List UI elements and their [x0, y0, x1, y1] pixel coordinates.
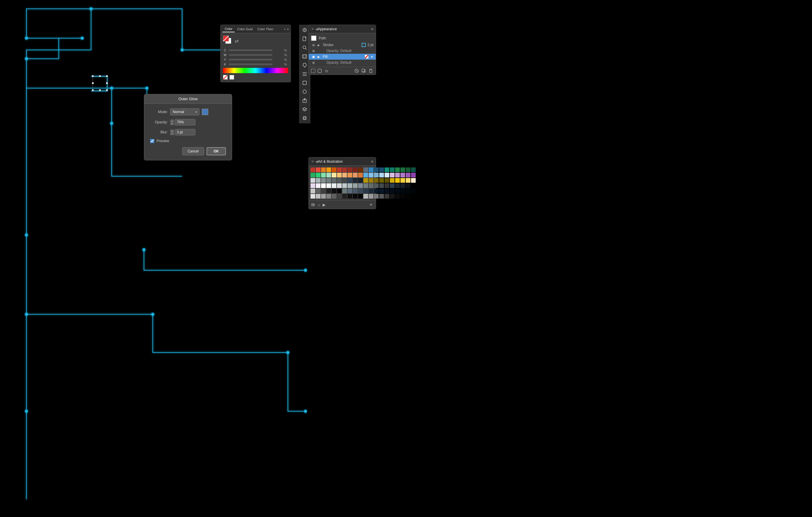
swatch-2-0[interactable]	[311, 178, 315, 183]
swatch-3-0[interactable]	[311, 183, 315, 188]
swatch-extra-0-13[interactable]	[379, 189, 384, 193]
swatch-0-10[interactable]	[364, 167, 368, 172]
swatch-1-11[interactable]	[369, 173, 373, 177]
opacity-input[interactable]	[175, 119, 195, 125]
swatch-extra-1-3[interactable]	[326, 194, 331, 199]
color-spectrum-bar[interactable]	[223, 68, 288, 73]
fill-expand-icon[interactable]: ▶	[318, 55, 321, 58]
white-swatch[interactable]	[229, 75, 234, 80]
art-close-btn[interactable]: ✕	[311, 160, 314, 164]
fill-dropdown-icon[interactable]: ▼	[371, 55, 373, 58]
swatch-2-5[interactable]	[337, 178, 342, 183]
preview-checkbox[interactable]	[150, 139, 154, 143]
swatch-extra-1-10[interactable]	[364, 194, 368, 199]
pen-tool[interactable]	[300, 61, 309, 69]
swatch-3-10[interactable]	[364, 183, 368, 188]
swatch-3-8[interactable]	[353, 183, 357, 188]
stroke-visibility-icon[interactable]: ◉	[311, 43, 316, 47]
blur-down-arrow[interactable]: ▼	[170, 133, 174, 135]
swatch-extra-0-12[interactable]	[374, 189, 379, 193]
appearance-expand-btn[interactable]: ◀	[315, 27, 318, 31]
tab-color-guide[interactable]: Color Guid	[235, 26, 255, 32]
swatch-0-18[interactable]	[406, 167, 410, 172]
swatch-extra-0-16[interactable]	[395, 189, 400, 193]
appearance-fill-row[interactable]: ◉ ▶ Fill: ▼	[309, 54, 376, 60]
swatch-1-18[interactable]	[406, 173, 410, 177]
swatch-3-6[interactable]	[342, 183, 347, 188]
cmyk-slider-k[interactable]	[229, 63, 272, 65]
swatch-2-18[interactable]	[406, 178, 410, 183]
swatch-2-14[interactable]	[384, 178, 389, 183]
swatch-2-17[interactable]	[400, 178, 405, 183]
circle-tool[interactable]	[300, 88, 309, 96]
swatch-0-17[interactable]	[400, 167, 405, 172]
panel-menu-icon[interactable]: ≡	[287, 27, 289, 31]
swatch-1-10[interactable]	[364, 173, 368, 177]
swatch-0-9[interactable]	[358, 167, 363, 172]
art-prev-icon[interactable]: ◀	[316, 202, 321, 208]
swatch-extra-1-9[interactable]	[358, 194, 363, 199]
swatch-3-7[interactable]	[348, 183, 352, 188]
swatch-3-3[interactable]	[326, 183, 331, 188]
swatch-extra-0-7[interactable]	[348, 189, 352, 193]
swatch-extra-1-6[interactable]	[342, 194, 347, 199]
swatch-3-1[interactable]	[316, 183, 320, 188]
swatch-1-16[interactable]	[395, 173, 400, 177]
swatch-extra-0-10[interactable]	[364, 189, 368, 193]
swatch-3-19[interactable]	[411, 183, 416, 188]
swatch-extra-0-3[interactable]	[326, 189, 331, 193]
swatch-2-3[interactable]	[326, 178, 331, 183]
swatch-1-14[interactable]	[384, 173, 389, 177]
swatch-1-1[interactable]	[316, 173, 320, 177]
opacity-down-arrow[interactable]: ▼	[170, 122, 174, 125]
swatch-0-6[interactable]	[342, 167, 347, 172]
art-next-icon[interactable]: ▶	[322, 202, 326, 208]
swatch-extra-1-14[interactable]	[384, 194, 389, 199]
swatch-3-9[interactable]	[358, 183, 363, 188]
swatch-0-12[interactable]	[374, 167, 379, 172]
magnifier-tool[interactable]	[300, 44, 309, 52]
swatch-1-15[interactable]	[390, 173, 395, 177]
swatch-0-14[interactable]	[384, 167, 389, 172]
swatch-3-5[interactable]	[337, 183, 342, 188]
link-tool[interactable]	[300, 114, 309, 122]
swatch-extra-1-11[interactable]	[369, 194, 373, 199]
swatch-2-4[interactable]	[332, 178, 337, 183]
swatch-1-19[interactable]	[411, 173, 416, 177]
stroke-color-swatch[interactable]	[361, 43, 366, 47]
blur-input[interactable]	[175, 129, 195, 136]
swatch-extra-1-8[interactable]	[353, 194, 357, 199]
cancel-button[interactable]: Cancel	[182, 147, 204, 155]
swatch-extra-1-4[interactable]	[332, 194, 337, 199]
cmyk-slider-m[interactable]	[229, 54, 272, 56]
swatch-2-7[interactable]	[348, 178, 352, 183]
swatch-3-2[interactable]	[321, 183, 326, 188]
swatch-0-0[interactable]	[311, 167, 315, 172]
appearance-close-btn[interactable]: ✕	[311, 27, 314, 31]
art-expand-btn[interactable]: ◀	[315, 160, 318, 164]
swap-colors-icon[interactable]: ⇄	[235, 38, 238, 44]
appearance-rounded-rect-icon[interactable]	[317, 68, 322, 74]
swatch-extra-1-7[interactable]	[348, 194, 352, 199]
swatch-extra-0-1[interactable]	[316, 189, 320, 193]
swatch-extra-1-15[interactable]	[390, 194, 395, 199]
swatch-1-8[interactable]	[353, 173, 357, 177]
art-exit-icon[interactable]: ✕	[369, 202, 373, 208]
none-swatch[interactable]	[223, 75, 228, 80]
appearance-fx-icon[interactable]: fx	[324, 68, 329, 74]
swatch-extra-0-8[interactable]	[353, 189, 357, 193]
swatch-2-15[interactable]	[390, 178, 395, 183]
art-panel-menu-icon[interactable]: ≡	[371, 159, 373, 164]
swatch-extra-0-15[interactable]	[390, 189, 395, 193]
mode-dropdown[interactable]: Normal Multiply Screen Overlay	[170, 108, 200, 115]
swatch-extra-1-12[interactable]	[374, 194, 379, 199]
swatch-3-15[interactable]	[390, 183, 395, 188]
align-tool[interactable]	[300, 70, 309, 78]
swatch-1-17[interactable]	[400, 173, 405, 177]
tab-color[interactable]: Color	[222, 26, 235, 32]
shape-tool[interactable]	[300, 79, 309, 87]
swatch-3-11[interactable]	[369, 183, 373, 188]
appearance-rect-icon[interactable]	[311, 69, 315, 73]
swatch-3-16[interactable]	[395, 183, 400, 188]
swatch-2-2[interactable]	[321, 178, 326, 183]
